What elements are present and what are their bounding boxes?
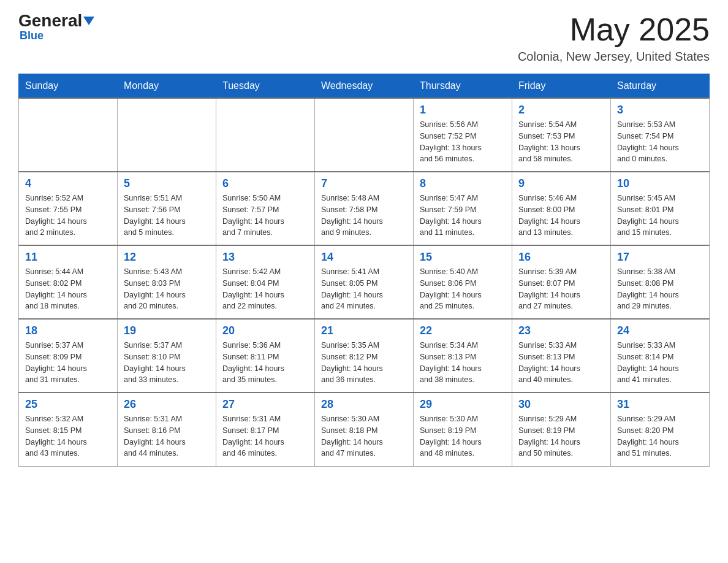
week-row-5: 25Sunrise: 5:32 AMSunset: 8:15 PMDayligh… (19, 393, 710, 466)
day-info: Sunrise: 5:32 AMSunset: 8:15 PMDaylight:… (25, 413, 111, 459)
calendar-cell: 16Sunrise: 5:39 AMSunset: 8:07 PMDayligh… (512, 245, 611, 319)
weekday-header-row: SundayMondayTuesdayWednesdayThursdayFrid… (19, 74, 710, 99)
day-number: 1 (420, 104, 506, 117)
calendar-cell: 28Sunrise: 5:30 AMSunset: 8:18 PMDayligh… (315, 393, 414, 466)
calendar-cell: 19Sunrise: 5:37 AMSunset: 8:10 PMDayligh… (118, 319, 216, 393)
day-number: 28 (321, 398, 407, 411)
title-section: May 2025 Colonia, New Jersey, United Sta… (518, 12, 710, 64)
day-info: Sunrise: 5:31 AMSunset: 8:16 PMDaylight:… (124, 413, 210, 459)
calendar-cell: 6Sunrise: 5:50 AMSunset: 7:57 PMDaylight… (216, 172, 315, 245)
day-number: 23 (518, 324, 604, 337)
day-info: Sunrise: 5:41 AMSunset: 8:05 PMDaylight:… (321, 266, 407, 312)
day-info: Sunrise: 5:43 AMSunset: 8:03 PMDaylight:… (124, 266, 210, 312)
calendar-cell: 23Sunrise: 5:33 AMSunset: 8:13 PMDayligh… (512, 319, 611, 393)
day-number: 6 (222, 177, 308, 190)
day-number: 9 (518, 177, 604, 190)
day-number: 21 (321, 324, 407, 337)
day-number: 5 (124, 177, 210, 190)
day-number: 15 (420, 251, 506, 264)
day-info: Sunrise: 5:29 AMSunset: 8:20 PMDaylight:… (617, 413, 703, 459)
calendar-cell: 17Sunrise: 5:38 AMSunset: 8:08 PMDayligh… (611, 245, 710, 319)
calendar-cell: 31Sunrise: 5:29 AMSunset: 8:20 PMDayligh… (611, 393, 710, 466)
calendar-cell: 25Sunrise: 5:32 AMSunset: 8:15 PMDayligh… (19, 393, 118, 466)
day-number: 16 (518, 251, 604, 264)
day-info: Sunrise: 5:50 AMSunset: 7:57 PMDaylight:… (222, 193, 308, 239)
day-info: Sunrise: 5:33 AMSunset: 8:13 PMDaylight:… (518, 340, 604, 386)
day-info: Sunrise: 5:48 AMSunset: 7:58 PMDaylight:… (321, 193, 407, 239)
day-number: 2 (518, 104, 604, 117)
day-info: Sunrise: 5:31 AMSunset: 8:17 PMDaylight:… (222, 413, 308, 459)
day-info: Sunrise: 5:56 AMSunset: 7:52 PMDaylight:… (420, 119, 506, 165)
calendar-table: SundayMondayTuesdayWednesdayThursdayFrid… (18, 74, 710, 467)
day-info: Sunrise: 5:53 AMSunset: 7:54 PMDaylight:… (617, 119, 703, 165)
day-info: Sunrise: 5:30 AMSunset: 8:19 PMDaylight:… (420, 413, 506, 459)
logo-triangle-icon (83, 17, 94, 25)
calendar-cell: 12Sunrise: 5:43 AMSunset: 8:03 PMDayligh… (118, 245, 216, 319)
day-info: Sunrise: 5:47 AMSunset: 7:59 PMDaylight:… (420, 193, 506, 239)
calendar-cell: 9Sunrise: 5:46 AMSunset: 8:00 PMDaylight… (512, 172, 611, 245)
calendar-cell: 11Sunrise: 5:44 AMSunset: 8:02 PMDayligh… (19, 245, 118, 319)
day-info: Sunrise: 5:40 AMSunset: 8:06 PMDaylight:… (420, 266, 506, 312)
calendar-cell: 27Sunrise: 5:31 AMSunset: 8:17 PMDayligh… (216, 393, 315, 466)
logo: General Blue (18, 12, 94, 42)
calendar-cell: 24Sunrise: 5:33 AMSunset: 8:14 PMDayligh… (611, 319, 710, 393)
day-info: Sunrise: 5:52 AMSunset: 7:55 PMDaylight:… (25, 193, 111, 239)
day-number: 17 (617, 251, 703, 264)
calendar-cell: 10Sunrise: 5:45 AMSunset: 8:01 PMDayligh… (611, 172, 710, 245)
day-number: 22 (420, 324, 506, 337)
day-number: 18 (25, 324, 111, 337)
day-number: 31 (617, 398, 703, 411)
day-info: Sunrise: 5:37 AMSunset: 8:10 PMDaylight:… (124, 340, 210, 386)
weekday-header-saturday: Saturday (611, 74, 710, 99)
day-info: Sunrise: 5:42 AMSunset: 8:04 PMDaylight:… (222, 266, 308, 312)
day-info: Sunrise: 5:46 AMSunset: 8:00 PMDaylight:… (518, 193, 604, 239)
calendar-cell: 21Sunrise: 5:35 AMSunset: 8:12 PMDayligh… (315, 319, 414, 393)
day-number: 10 (617, 177, 703, 190)
day-info: Sunrise: 5:44 AMSunset: 8:02 PMDaylight:… (25, 266, 111, 312)
calendar-cell (118, 98, 216, 172)
day-info: Sunrise: 5:33 AMSunset: 8:14 PMDaylight:… (617, 340, 703, 386)
calendar-cell: 4Sunrise: 5:52 AMSunset: 7:55 PMDaylight… (19, 172, 118, 245)
calendar-cell (19, 98, 118, 172)
calendar-cell: 1Sunrise: 5:56 AMSunset: 7:52 PMDaylight… (414, 98, 512, 172)
day-number: 26 (124, 398, 210, 411)
day-number: 11 (25, 251, 111, 264)
day-number: 30 (518, 398, 604, 411)
calendar-cell: 5Sunrise: 5:51 AMSunset: 7:56 PMDaylight… (118, 172, 216, 245)
day-info: Sunrise: 5:37 AMSunset: 8:09 PMDaylight:… (25, 340, 111, 386)
week-row-4: 18Sunrise: 5:37 AMSunset: 8:09 PMDayligh… (19, 319, 710, 393)
day-info: Sunrise: 5:36 AMSunset: 8:11 PMDaylight:… (222, 340, 308, 386)
logo-blue: Blue (20, 29, 44, 42)
day-number: 29 (420, 398, 506, 411)
calendar-cell (315, 98, 414, 172)
calendar-cell: 26Sunrise: 5:31 AMSunset: 8:16 PMDayligh… (118, 393, 216, 466)
month-title: May 2025 (518, 12, 710, 47)
week-row-3: 11Sunrise: 5:44 AMSunset: 8:02 PMDayligh… (19, 245, 710, 319)
logo-general: General (18, 12, 82, 29)
weekday-header-wednesday: Wednesday (315, 74, 414, 99)
weekday-header-monday: Monday (118, 74, 216, 99)
day-info: Sunrise: 5:51 AMSunset: 7:56 PMDaylight:… (124, 193, 210, 239)
weekday-header-thursday: Thursday (414, 74, 512, 99)
day-info: Sunrise: 5:39 AMSunset: 8:07 PMDaylight:… (518, 266, 604, 312)
week-row-1: 1Sunrise: 5:56 AMSunset: 7:52 PMDaylight… (19, 98, 710, 172)
calendar-cell: 22Sunrise: 5:34 AMSunset: 8:13 PMDayligh… (414, 319, 512, 393)
calendar-cell (216, 98, 315, 172)
calendar-cell: 29Sunrise: 5:30 AMSunset: 8:19 PMDayligh… (414, 393, 512, 466)
day-info: Sunrise: 5:54 AMSunset: 7:53 PMDaylight:… (518, 119, 604, 165)
calendar-cell: 14Sunrise: 5:41 AMSunset: 8:05 PMDayligh… (315, 245, 414, 319)
calendar-cell: 13Sunrise: 5:42 AMSunset: 8:04 PMDayligh… (216, 245, 315, 319)
day-info: Sunrise: 5:34 AMSunset: 8:13 PMDaylight:… (420, 340, 506, 386)
calendar-cell: 30Sunrise: 5:29 AMSunset: 8:19 PMDayligh… (512, 393, 611, 466)
weekday-header-friday: Friday (512, 74, 611, 99)
day-number: 8 (420, 177, 506, 190)
calendar-cell: 8Sunrise: 5:47 AMSunset: 7:59 PMDaylight… (414, 172, 512, 245)
day-number: 24 (617, 324, 703, 337)
day-info: Sunrise: 5:45 AMSunset: 8:01 PMDaylight:… (617, 193, 703, 239)
page-header: General Blue May 2025 Colonia, New Jerse… (18, 12, 710, 64)
weekday-header-tuesday: Tuesday (216, 74, 315, 99)
calendar-cell: 20Sunrise: 5:36 AMSunset: 8:11 PMDayligh… (216, 319, 315, 393)
day-number: 7 (321, 177, 407, 190)
day-number: 4 (25, 177, 111, 190)
day-info: Sunrise: 5:29 AMSunset: 8:19 PMDaylight:… (518, 413, 604, 459)
